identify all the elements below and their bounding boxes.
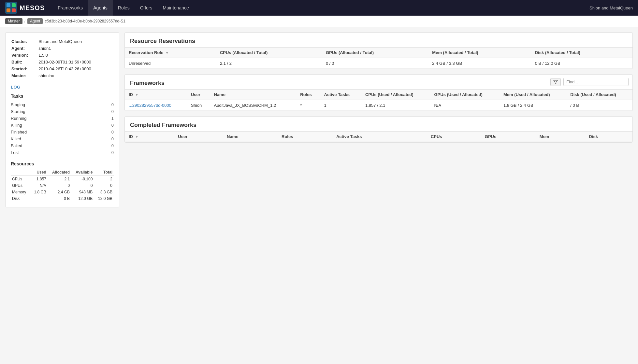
res-col-used: Used	[30, 169, 48, 176]
fw-th-name: Name	[210, 90, 297, 100]
nav-frameworks[interactable]: Frameworks	[52, 0, 88, 16]
fw-name: AuditJava_JX_BOSSvsCRM_1.2	[210, 100, 297, 111]
tasks-table: Staging 0 Starting 0 Running 1 Killing 0…	[11, 101, 114, 156]
res-col-label	[11, 169, 30, 176]
breadcrumb-separator: /	[24, 19, 25, 23]
nav-agents[interactable]: Agents	[88, 0, 113, 16]
task-count: 0	[100, 135, 114, 142]
started-label: Started:	[11, 66, 38, 72]
resource-reservations-title: Resource Reservations	[125, 33, 632, 47]
resource-row: CPUs 1.857 2.1 -0.100 2	[11, 176, 114, 183]
res-used: N/A	[30, 182, 48, 189]
res-label: GPUs	[11, 182, 30, 189]
resources-title: Resources	[11, 161, 114, 166]
tasks-section: Tasks Staging 0 Starting 0 Running 1 Kil…	[11, 93, 114, 156]
sort-icon-role[interactable]: ▼	[166, 51, 169, 55]
fw-th-disk: Disk (Used / Allocated)	[566, 90, 632, 100]
resource-reservations-section: Resource Reservations Reservation Role ▼…	[124, 32, 633, 69]
navbar: MESOS Frameworks Agents Roles Offers Mai…	[0, 0, 638, 16]
completed-frameworks-section: Completed Frameworks ID ▼ User Name Role…	[124, 116, 633, 143]
task-row: Staging 0	[11, 101, 114, 108]
res-th-disk: Disk (Allocated / Total)	[531, 48, 632, 58]
cfw-th-disk: Disk	[585, 132, 632, 142]
breadcrumb: Master / Agent c5d3bb23-b88d-4d0e-b0bb-2…	[0, 16, 638, 27]
res-total: 2	[94, 176, 114, 183]
resource-row: Memory 1.8 GB 2.4 GB 948 MB 3.3 GB	[11, 189, 114, 195]
fw-active-tasks: 1	[320, 100, 361, 111]
framework-row: ...2902829557dd-0000 Shion AuditJava_JX_…	[125, 100, 632, 111]
right-content: Resource Reservations Reservation Role ▼…	[124, 32, 633, 357]
agent-label: Agent:	[11, 45, 38, 51]
built-label: Built:	[11, 59, 38, 65]
nav-maintenance[interactable]: Maintenance	[158, 0, 194, 16]
res-available: -0.100	[71, 176, 94, 183]
sort-icon-cfw-id[interactable]: ▼	[135, 135, 138, 139]
filter-button[interactable]	[550, 78, 561, 86]
fw-id-link[interactable]: ...2902829557dd-0000	[129, 103, 171, 108]
res-th-role: Reservation Role ▼	[125, 48, 216, 58]
task-count: 1	[100, 115, 114, 122]
started-value: 2019-04-26T10:43:26+0800	[38, 66, 113, 72]
filter-bar	[546, 75, 632, 89]
resource-row: GPUs N/A 0 0 0	[11, 182, 114, 189]
fw-cpus: 1.857 / 2.1	[361, 100, 430, 111]
resources-table: Used Allocated Available Total CPUs 1.85…	[11, 169, 114, 202]
master-value: shionlnx	[38, 73, 113, 79]
breadcrumb-master[interactable]: Master	[5, 18, 22, 24]
agent-value: shion1	[38, 45, 113, 51]
cfw-th-name: Name	[223, 132, 278, 142]
completed-frameworks-table: ID ▼ User Name Roles Active Tasks CPUs G…	[125, 131, 632, 142]
res-total: 12.0 GB	[94, 195, 114, 202]
svg-rect-1	[7, 3, 10, 7]
fw-mem: 1.8 GB / 2.4 GB	[500, 100, 566, 111]
cfw-th-active-tasks: Active Tasks	[332, 132, 427, 142]
master-label: Master:	[11, 73, 38, 79]
fw-disk: / 0 B	[566, 100, 632, 111]
cfw-th-user: User	[174, 132, 223, 142]
task-row: Killed 0	[11, 135, 114, 142]
brand-title: MESOS	[20, 4, 45, 12]
fw-id: ...2902829557dd-0000	[125, 100, 187, 111]
breadcrumb-agent-id: c5d3bb23-b88d-4d0e-b0bb-2902829557dd-S1	[45, 19, 125, 23]
main-content: Cluster: Shion and MetalQueen Agent: shi…	[0, 27, 638, 362]
res-label: Memory	[11, 189, 30, 195]
built-value: 2018-02-09T01:31:59+0800	[38, 59, 113, 65]
sort-icon-fw-id[interactable]: ▼	[135, 93, 138, 97]
res-allocated: 0 B	[48, 195, 71, 202]
res-th-gpus: GPUs (Allocated / Total)	[322, 48, 428, 58]
svg-rect-4	[12, 8, 16, 12]
filter-icon	[553, 80, 558, 84]
version-label: Version:	[11, 52, 38, 58]
task-label: Finished	[11, 129, 100, 135]
resource-row: Disk 0 B 12.0 GB 12.0 GB	[11, 195, 114, 202]
res-col-allocated: Allocated	[48, 169, 71, 176]
nav-roles[interactable]: Roles	[113, 0, 135, 16]
res-allocated: 2.4 GB	[48, 189, 71, 195]
res-available: 0	[71, 182, 94, 189]
fw-roles: *	[296, 100, 320, 111]
cfw-th-roles: Roles	[278, 132, 332, 142]
res-allocated: 0	[48, 182, 71, 189]
agent-info: Cluster: Shion and MetalQueen Agent: shi…	[11, 38, 114, 79]
task-row: Running 1	[11, 115, 114, 122]
fw-th-cpus: CPUs (Used / Allocated)	[361, 90, 430, 100]
task-row: Lost 0	[11, 149, 114, 156]
filter-input[interactable]	[563, 78, 629, 86]
res-available: 948 MB	[71, 189, 94, 195]
cfw-th-mem: Mem	[536, 132, 585, 142]
nav-offers[interactable]: Offers	[135, 0, 158, 16]
cfw-th-id: ID ▼	[125, 132, 174, 142]
task-label: Staging	[11, 101, 100, 108]
res-used: 1.8 GB	[30, 189, 48, 195]
task-label: Starting	[11, 108, 100, 115]
frameworks-table: ID ▼ User Name Roles Active Tasks CPUs (…	[125, 89, 632, 111]
task-count: 0	[100, 142, 114, 149]
reservation-gpus: 0 / 0	[322, 58, 428, 69]
cfw-th-cpus: CPUs	[427, 132, 481, 142]
completed-frameworks-title: Completed Frameworks	[125, 117, 632, 131]
task-row: Starting 0	[11, 108, 114, 115]
mesos-logo	[5, 2, 17, 14]
fw-th-roles: Roles	[296, 90, 320, 100]
log-link[interactable]: LOG	[11, 85, 114, 90]
res-th-cpus: CPUs (Allocated / Total)	[216, 48, 322, 58]
